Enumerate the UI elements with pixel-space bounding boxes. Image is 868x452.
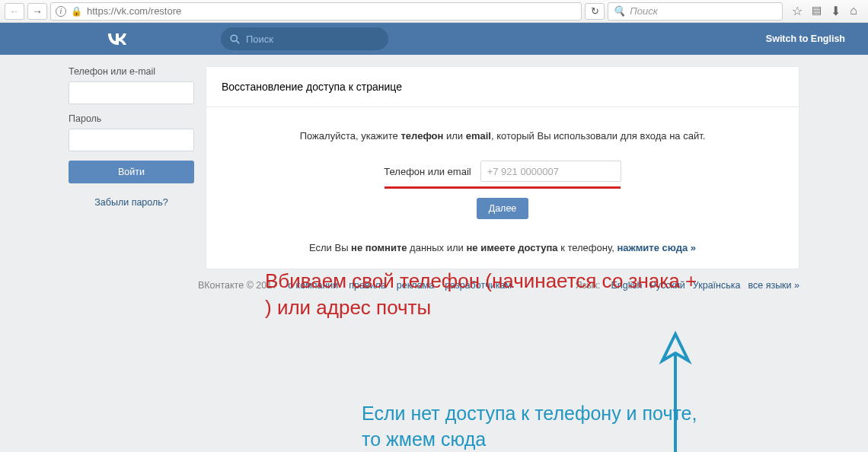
login-button[interactable]: Войти: [69, 161, 194, 183]
annotation-arrow-icon: [656, 329, 694, 452]
restore-fallback-link[interactable]: нажмите сюда »: [617, 242, 696, 253]
footer-company: ВКонтакте © 2017: [198, 280, 277, 291]
restore-body: Пожалуйста, укажите телефон или email, к…: [206, 107, 799, 269]
fb-m2: к телефону,: [558, 242, 617, 253]
back-button[interactable]: ←: [5, 3, 24, 20]
hint-pre: Пожалуйста, укажите: [300, 130, 401, 142]
annotation-red: Вбиваем свой телефон (начинается со знак…: [265, 268, 699, 321]
center-wrap: Телефон или e-mail Пароль Войти Забыли п…: [69, 55, 799, 269]
restore-field-row: Телефон или email: [384, 161, 621, 182]
lock-icon: 🔒: [71, 6, 82, 17]
library-icon[interactable]: ▤: [812, 4, 822, 18]
fb-m1: данных или: [407, 242, 466, 253]
vk-search[interactable]: [221, 27, 388, 50]
browser-search-placeholder: Поиск: [630, 5, 658, 17]
info-icon[interactable]: i: [56, 6, 66, 17]
footer-about[interactable]: о компании: [288, 280, 338, 291]
svg-point-0: [231, 35, 237, 41]
browser-toolbar: ← → i 🔒 https://vk.com/restore ↻ 🔍 Поиск…: [0, 0, 868, 23]
annotation-underline: [385, 186, 621, 189]
restore-title: Восстановление доступа к странице: [206, 67, 799, 107]
vk-logo[interactable]: [107, 32, 137, 46]
annotation-blue: Если нет доступа к телефону и почте, то …: [362, 401, 704, 452]
hint-post: , который Вы использовали для входа на с…: [491, 130, 705, 142]
password-input[interactable]: [69, 129, 194, 151]
footer-lang-label: Язык:: [576, 280, 601, 291]
home-icon[interactable]: ⌂: [850, 4, 857, 18]
switch-language-link[interactable]: Switch to English: [766, 33, 845, 44]
footer: ВКонтакте © 2017 о компании правила рекл…: [69, 280, 799, 291]
lang-ru[interactable]: Русский: [649, 280, 685, 291]
search-icon: 🔍: [613, 5, 625, 17]
restore-panel: Восстановление доступа к странице Пожалу…: [206, 66, 799, 269]
login-label: Телефон или e-mail: [69, 66, 194, 77]
url-bar[interactable]: i 🔒 https://vk.com/restore: [50, 2, 582, 21]
restore-hint: Пожалуйста, укажите телефон или email, к…: [222, 130, 783, 142]
forward-button[interactable]: →: [27, 3, 47, 20]
fb-pre: Если Вы: [309, 242, 351, 253]
reload-button[interactable]: ↻: [585, 3, 605, 20]
footer-lang-list: English Русский Українська все языки »: [611, 280, 799, 291]
page-body: Телефон или e-mail Пароль Войти Забыли п…: [0, 55, 868, 452]
fb-b1: не помните: [351, 242, 407, 253]
download-icon[interactable]: ⬇: [831, 4, 841, 18]
browser-search[interactable]: 🔍 Поиск: [608, 2, 783, 21]
next-button[interactable]: Далее: [477, 198, 529, 219]
password-label: Пароль: [69, 113, 194, 124]
footer-ads[interactable]: реклама: [397, 280, 434, 291]
vk-logo-icon: [107, 32, 128, 46]
vk-header: Switch to English: [0, 23, 868, 55]
lang-en[interactable]: English: [611, 280, 642, 291]
search-icon: [230, 34, 240, 44]
restore-input[interactable]: [480, 161, 621, 182]
bookmark-icon[interactable]: ☆: [792, 4, 803, 18]
forgot-password-link[interactable]: Забыли пароль?: [69, 197, 194, 208]
svg-line-1: [237, 40, 240, 43]
vk-search-input[interactable]: [246, 33, 379, 45]
lang-all[interactable]: все языки »: [748, 280, 799, 291]
login-input[interactable]: [69, 81, 194, 104]
restore-field-label: Телефон или email: [384, 166, 471, 177]
lang-ua[interactable]: Українська: [693, 280, 741, 291]
footer-rules[interactable]: правила: [349, 280, 386, 291]
footer-devs[interactable]: разработчикам: [445, 280, 512, 291]
login-panel: Телефон или e-mail Пароль Войти Забыли п…: [69, 66, 194, 269]
url-text: https://vk.com/restore: [87, 5, 181, 17]
hint-mid: или: [443, 130, 465, 142]
fb-b2: не имеете доступа: [466, 242, 557, 253]
hint-email: email: [466, 130, 491, 142]
footer-year: © 2017: [247, 280, 278, 291]
restore-fallback: Если Вы не помните данных или не имеете …: [222, 242, 783, 253]
footer-company-name: ВКонтакте: [198, 280, 244, 291]
browser-tool-icons: ☆ ▤ ⬇ ⌂: [786, 4, 863, 18]
hint-phone: телефон: [400, 130, 443, 142]
